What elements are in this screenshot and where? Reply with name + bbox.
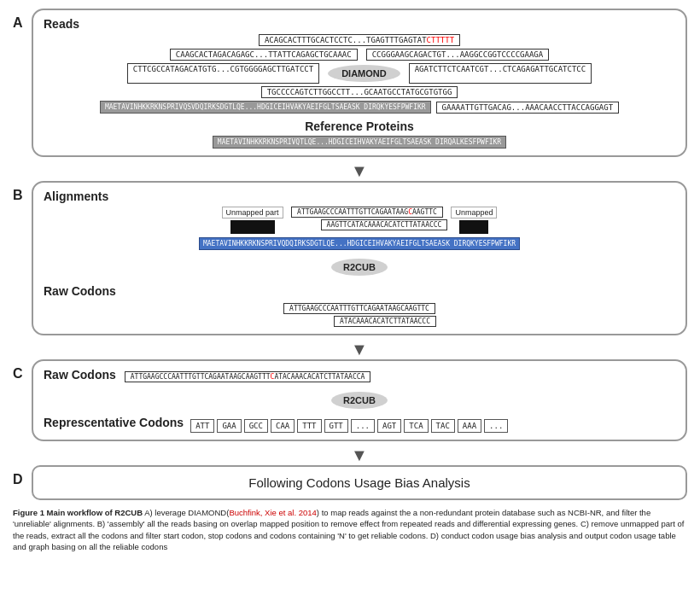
codon-att: ATT	[190, 419, 214, 433]
seq-row1-left: CAAGCACTAGACAGAGC...TTATTCAGAGCTGCAAAC	[170, 49, 358, 61]
raw-seq-part2: ATACAAACACATCTTATAACCA	[274, 373, 365, 381]
unmapped-label-left: Unmapped part	[222, 207, 283, 219]
codon-gaa: GAA	[217, 419, 241, 433]
reads-title: Reads	[44, 17, 675, 31]
codon-aaa: AAA	[458, 419, 481, 433]
reads-area: ACAGCACTTTGCACTCCTC...TGAGTTTGAGTATCTTTT…	[44, 34, 675, 149]
section-letter-b: B	[13, 181, 32, 203]
caption-link[interactable]: Buchfink, Xie et al. 2014	[229, 508, 316, 517]
codon-ellipsis1: ...	[351, 419, 375, 433]
black-box-right	[459, 220, 488, 234]
section-letter-c: C	[13, 359, 32, 382]
diamond-label: DIAMOND	[328, 65, 400, 82]
seq-row2-right: AGATCTTCTCAATCGT...CTCAGAGATTGCATCTCC	[409, 63, 592, 84]
codon-caa: CAA	[271, 419, 295, 433]
codon-ttt: TTT	[297, 419, 321, 433]
section-d-box: Following Codons Usage Bias Analysis	[32, 465, 687, 500]
raw-codons-seqs: ATTGAAGCCCAATTTGTTCAGAATAAGCAAGTTC ATACA…	[44, 303, 675, 327]
seq-row2-left: CTTCGCCATAGACATGTG...CGTGGGGAGCTTGATCCT	[127, 63, 319, 84]
raw-seq2: ATACAAACACATCTTATAACCC	[334, 316, 436, 327]
section-a-box: Reads ACAGCACTTTGCACTCCTC...TGAGTTTGAGTA…	[32, 9, 687, 157]
codon-ellipsis2: ...	[484, 419, 508, 433]
arrow-b-to-c: ▼	[32, 341, 687, 358]
seq-row1-right: CCGGGAAGCAGACTGT...AAGGCCGGTCCCCGAAGA	[366, 49, 549, 61]
raw-seq-part1: ATTGAAGCCCAATTTGTTCAGAATAAGCAAGTTT	[131, 373, 271, 381]
figure-caption: Figure 1 Main workflow of R2CUB A) lever…	[13, 507, 687, 552]
raw-codons-long-seq: ATTGAAGCCCAATTTGTTCAGAATAAGCAAGTTTCATACA…	[125, 371, 371, 382]
codon-agt: AGT	[377, 419, 401, 433]
protein-seq3: MAETAVINHKKRKNSPRIVQTLQE...HDGICEIHVAKYA…	[213, 136, 506, 149]
codon-gcc: GCC	[244, 419, 268, 433]
protein-seq1: MAETAVINHKKRKNSPRIVQSVDQIRKSDGTLQE...HDG…	[100, 101, 431, 114]
codon-gtt: GTT	[324, 419, 348, 433]
align-seq-top: ATTGAAGCCCAATTTGTTCAGAATAAGCAAGTTC	[291, 207, 443, 218]
reads-row1: CAAGCACTAGACAGAGC...TTATTCAGAGCTGCAAAC C…	[170, 49, 549, 61]
top-seq-main: ACAGCACTTTGCACTCCTC...TGAGTTTGAGTAT	[265, 36, 427, 44]
codon-tac: TAC	[431, 419, 455, 433]
unmapped-label-right: Unmapped	[451, 207, 497, 219]
raw-codons-title-b: Raw Codons	[44, 284, 675, 298]
codon-tca: TCA	[404, 419, 428, 433]
ref-protein3-row: MAETAVINHKKRKNSPRIVQTLQE...HDGICEIHVAKYA…	[213, 136, 506, 149]
protein-align-seq: MAETAVINHKKRKNSPRIVQDQIRKSDGTLQE...HDGIC…	[199, 237, 520, 250]
protein-row: MAETAVINHKKRKNSPRIVQSVDQIRKSDGTLQE...HDG…	[100, 101, 619, 114]
alignments-title: Alignments	[44, 189, 675, 203]
reads-row3: TGCCCCAGTCTTGGCCTT...GCAATGCCTATGCGTGTGG	[261, 86, 458, 98]
arrow-c-to-d: ▼	[32, 446, 687, 463]
r2cub-label-b: R2CUB	[331, 259, 388, 276]
reads-row2: CTTCGCCATAGACATGTG...CGTGGGGAGCTTGATCCT …	[127, 63, 592, 84]
section-c-box: Raw Codons ATTGAAGCCCAATTTGTTCAGAATAAGCA…	[32, 359, 687, 441]
r2cub-label-c: R2CUB	[331, 392, 388, 409]
arrow-a-to-b: ▼	[32, 162, 687, 179]
align-seq-bottom: AAGTTCATACAAACACATCTTATAACCC	[321, 219, 448, 230]
codon-boxes: ATT GAA GCC CAA TTT GTT ... AGT TCA TAC …	[190, 419, 508, 433]
rep-codons-title: Represcentative Codons	[44, 416, 184, 429]
alignments-area: Unmapped part ATTGAAGCCCAATTTGTTCAGAATAA…	[44, 207, 675, 327]
section-b-box: Alignments Unmapped part ATTGAAGCCCAATTT…	[32, 181, 687, 335]
section-d-text: Following Codons Usage Bias Analysis	[47, 475, 672, 490]
top-seq-red: CTTTTT	[427, 36, 455, 44]
raw-codons-title-c: Raw Codons	[44, 368, 116, 382]
black-box-left	[230, 220, 275, 234]
seq-row3: TGCCCCAGTCTTGGCCTT...GCAATGCCTATGCGTGTGG	[261, 86, 458, 98]
sec-c-area: Raw Codons ATTGAAGCCCAATTTGTTCAGAATAAGCA…	[44, 368, 675, 433]
caption-part-a: A) leverage DIAMOND(	[143, 508, 229, 517]
caption-part-b: B) 'assembly' all the reads basing on ov…	[95, 519, 578, 528]
ref-proteins-title: Reference Proteins	[305, 119, 414, 133]
protein-seq2: GAAAATTGTTGACAG...AAACAACCTTACCAGGAGT	[436, 102, 619, 114]
caption-bold-intro: Figure 1 Main workflow of R2CUB	[13, 508, 143, 517]
top-seq: ACAGCACTTTGCACTCCTC...TGAGTTTGAGTATCTTTT…	[259, 34, 460, 46]
section-letter-a: A	[13, 9, 32, 31]
section-letter-d: D	[13, 465, 32, 487]
raw-seq1: ATTGAAGCCCAATTTGTTCAGAATAAGCAAGTTC	[283, 303, 435, 314]
